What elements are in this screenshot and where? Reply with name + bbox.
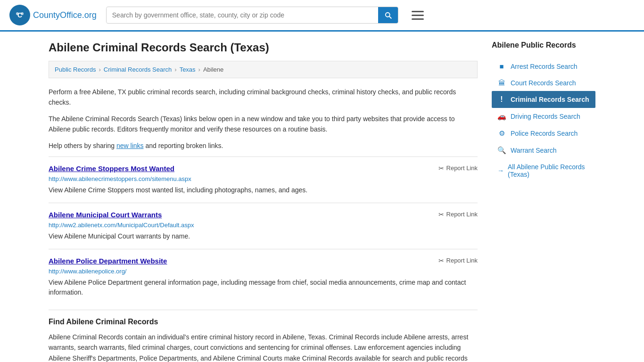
listing-desc: View Abilene Police Department general i… <box>49 278 478 297</box>
sidebar-item-driving-records[interactable]: 🚗 Driving Records Search <box>492 108 595 125</box>
menu-line <box>412 18 424 20</box>
search-bar <box>106 7 398 24</box>
page-title: Abilene Criminal Records Search (Texas) <box>49 41 478 54</box>
breadcrumb-sep: › <box>198 66 200 73</box>
listing-item: Abilene Crime Stoppers Most Wanted ✂ Rep… <box>49 156 478 203</box>
intro-paragraph-2: The Abilene Criminal Records Search (Tex… <box>49 114 478 135</box>
menu-line <box>412 11 424 12</box>
listing-url[interactable]: http://www.abilenepolice.org/ <box>49 268 478 275</box>
sidebar-item-label: Warrant Search <box>511 147 557 154</box>
breadcrumb-sep: › <box>174 66 176 73</box>
intro-paragraph-1: Perform a free Abilene, TX public crimin… <box>49 87 478 108</box>
find-section: Find Abilene Criminal Records Abilene Cr… <box>49 310 478 362</box>
find-section-text: Abilene Criminal Records contain an indi… <box>49 332 478 362</box>
report-link-label: Report Link <box>446 257 478 264</box>
report-icon: ✂ <box>438 165 444 172</box>
listing-header: Abilene Police Department Website ✂ Repo… <box>49 257 478 265</box>
search-button[interactable] <box>378 7 398 23</box>
site-header: C CountyOffice.org <box>0 0 644 32</box>
sidebar-item-label: Driving Records Search <box>511 113 580 120</box>
sidebar-title: Abilene Public Records <box>492 41 595 52</box>
sidebar-item-criminal-records[interactable]: ! Criminal Records Search <box>492 91 595 108</box>
sidebar: Abilene Public Records ■ Arrest Records … <box>492 41 595 362</box>
report-link-button[interactable]: ✂ Report Link <box>438 211 478 218</box>
logo-text: CountyOffice.org <box>33 10 97 20</box>
logo[interactable]: C CountyOffice.org <box>9 5 97 25</box>
hamburger-menu-button[interactable] <box>408 9 428 22</box>
report-icon: ✂ <box>438 257 444 264</box>
breadcrumb-texas[interactable]: Texas <box>180 66 196 73</box>
sidebar-item-label: Criminal Records Search <box>511 96 589 103</box>
sidebar-item-police-records[interactable]: ⚙ Police Records Search <box>492 125 595 142</box>
sidebar-item-arrest-records[interactable]: ■ Arrest Records Search <box>492 58 595 74</box>
logo-icon: C <box>9 5 30 25</box>
report-link-label: Report Link <box>446 165 478 172</box>
report-link-button[interactable]: ✂ Report Link <box>438 257 478 264</box>
svg-point-2 <box>16 12 19 15</box>
car-icon: 🚗 <box>497 112 506 121</box>
svg-point-3 <box>21 12 24 15</box>
sidebar-item-label: Arrest Records Search <box>511 63 578 70</box>
search-input[interactable] <box>107 8 378 23</box>
sidebar-item-label: Police Records Search <box>511 130 578 137</box>
search-icon <box>384 11 392 19</box>
exclamation-icon: ! <box>497 95 506 104</box>
sidebar-item-warrant-search[interactable]: 🔍 Warrant Search <box>492 142 595 159</box>
breadcrumb-sep: › <box>99 66 100 73</box>
menu-line <box>412 15 424 16</box>
listing-url[interactable]: http://www.abilenecrimestoppers.com/site… <box>49 175 478 182</box>
listing-title[interactable]: Abilene Municipal Court Warrants <box>49 211 162 219</box>
square-icon: ■ <box>497 62 506 70</box>
court-icon: 🏛 <box>497 79 506 87</box>
listing-desc: View Abilene Municipal Court warrants by… <box>49 231 478 241</box>
main-container: Abilene Criminal Records Search (Texas) … <box>39 32 605 362</box>
all-records-label: All Abilene Public Records (Texas) <box>508 163 590 178</box>
listing-title[interactable]: Abilene Crime Stoppers Most Wanted <box>49 165 174 173</box>
sidebar-item-label: Court Records Search <box>511 79 576 87</box>
breadcrumb: Public Records › Criminal Records Search… <box>49 61 478 78</box>
report-link-label: Report Link <box>446 211 478 218</box>
breadcrumb-public-records[interactable]: Public Records <box>55 66 96 73</box>
new-links-link[interactable]: new links <box>116 142 144 149</box>
content-area: Abilene Criminal Records Search (Texas) … <box>49 41 478 362</box>
report-link-button[interactable]: ✂ Report Link <box>438 165 478 172</box>
arrow-right-icon: → <box>497 167 504 174</box>
find-section-title: Find Abilene Criminal Records <box>49 318 478 326</box>
report-icon: ✂ <box>438 211 444 218</box>
sharing-text: Help others by sharing new links and rep… <box>49 140 478 151</box>
sidebar-item-court-records[interactable]: 🏛 Court Records Search <box>492 74 595 91</box>
breadcrumb-abilene: Abilene <box>203 66 223 73</box>
breadcrumb-criminal-records[interactable]: Criminal Records Search <box>104 66 172 73</box>
sidebar-all-records-link[interactable]: → All Abilene Public Records (Texas) <box>492 159 595 182</box>
listing-title[interactable]: Abilene Police Department Website <box>49 257 167 265</box>
listing-header: Abilene Municipal Court Warrants ✂ Repor… <box>49 211 478 219</box>
listing-item: Abilene Police Department Website ✂ Repo… <box>49 249 478 305</box>
magnifier-icon: 🔍 <box>497 146 506 155</box>
listing-item: Abilene Municipal Court Warrants ✂ Repor… <box>49 203 478 249</box>
listing-desc: View Abilene Crime Stoppers most wanted … <box>49 185 478 195</box>
listing-header: Abilene Crime Stoppers Most Wanted ✂ Rep… <box>49 165 478 173</box>
gear-icon: ⚙ <box>497 129 506 138</box>
listing-url[interactable]: http://ww2.abilenetx.com/MunicipalCourt/… <box>49 222 478 229</box>
